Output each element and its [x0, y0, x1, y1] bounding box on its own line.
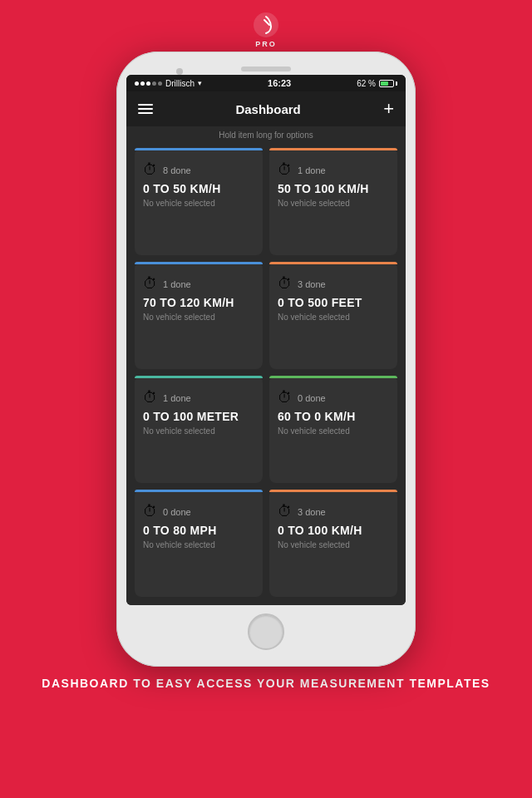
card-icon-4: ⏱ [278, 275, 293, 293]
card-vehicle-5: No vehicle selected [143, 426, 254, 436]
nav-title: Dashboard [235, 102, 300, 116]
card-title-3: 70 TO 120 KM/H [143, 296, 254, 309]
card-top-bar-3 [135, 262, 263, 264]
card-header-6: ⏱ 0 done [278, 389, 389, 406]
card-done-6: 0 done [298, 393, 326, 403]
home-button[interactable] [248, 613, 284, 650]
card-header-1: ⏱ 8 done [143, 161, 254, 179]
card-done-5: 1 done [163, 393, 191, 403]
card-header-7: ⏱ 0 done [143, 503, 254, 520]
wifi-icon: ▾ [198, 79, 202, 87]
battery-body [379, 80, 394, 87]
card-vehicle-7: No vehicle selected [143, 540, 254, 549]
card-vehicle-3: No vehicle selected [143, 313, 254, 322]
add-button[interactable]: + [383, 98, 394, 120]
card-icon-2: ⏱ [278, 161, 293, 179]
card-title-5: 0 TO 100 METER [143, 410, 254, 423]
status-right: 62 % [357, 79, 397, 88]
card-title-8: 0 TO 100 KM/H [278, 524, 389, 537]
card-done-3: 1 done [163, 279, 191, 289]
card-icon-7: ⏱ [143, 503, 158, 520]
card-title-2: 50 TO 100 KM/H [278, 182, 389, 195]
card-title-7: 0 TO 80 MPH [143, 524, 254, 537]
card-title-6: 60 TO 0 KM/H [278, 410, 389, 423]
card-top-bar-6 [269, 376, 397, 378]
card-5[interactable]: ⏱ 1 done 0 TO 100 METER No vehicle selec… [135, 376, 263, 483]
hamburger-line-2 [138, 108, 153, 110]
card-top-bar-8 [269, 490, 397, 492]
card-vehicle-1: No vehicle selected [143, 199, 254, 208]
dot-3 [146, 81, 150, 86]
card-top-bar-7 [135, 490, 263, 492]
battery-tip [396, 81, 397, 86]
card-4[interactable]: ⏱ 3 done 0 TO 500 FEET No vehicle select… [269, 262, 397, 369]
battery-pct: 62 % [357, 79, 376, 88]
card-top-bar-5 [135, 376, 263, 378]
card-done-1: 8 done [163, 165, 191, 175]
phone-mockup: Drillisch ▾ 16:23 62 % Dashboa [116, 52, 416, 667]
card-1[interactable]: ⏱ 8 done 0 TO 50 KM/H No vehicle selecte… [135, 148, 263, 255]
logo-icon [253, 12, 279, 38]
bottom-caption: Dashboard to easy access your measuremen… [25, 667, 506, 690]
card-header-4: ⏱ 3 done [278, 275, 389, 293]
phone-camera [176, 68, 183, 75]
card-top-bar-2 [269, 148, 397, 150]
battery-icon [379, 80, 397, 87]
dot-4 [152, 81, 156, 86]
card-icon-6: ⏱ [278, 389, 293, 406]
card-grid: ⏱ 8 done 0 TO 50 KM/H No vehicle selecte… [126, 143, 406, 605]
logo-label: PRO [255, 40, 277, 48]
card-3[interactable]: ⏱ 1 done 70 TO 120 KM/H No vehicle selec… [135, 262, 263, 369]
carrier-label: Drillisch [165, 79, 195, 88]
nav-bar: Dashboard + [126, 91, 406, 126]
hamburger-line-1 [138, 104, 153, 106]
card-icon-5: ⏱ [143, 389, 158, 406]
hint-text: Hold item long for options [126, 126, 406, 143]
card-done-8: 3 done [298, 507, 326, 517]
status-left: Drillisch ▾ [135, 79, 202, 88]
status-time: 16:23 [268, 78, 291, 88]
battery-fill [381, 81, 388, 86]
card-icon-8: ⏱ [278, 503, 293, 520]
card-done-7: 0 done [163, 507, 191, 517]
card-vehicle-2: No vehicle selected [278, 199, 389, 208]
card-done-2: 1 done [298, 165, 326, 175]
card-icon-3: ⏱ [143, 275, 158, 293]
phone-speaker [241, 66, 291, 71]
card-top-bar-1 [135, 148, 263, 150]
card-title-4: 0 TO 500 FEET [278, 296, 389, 309]
card-2[interactable]: ⏱ 1 done 50 TO 100 KM/H No vehicle selec… [269, 148, 397, 255]
card-top-bar-4 [269, 262, 397, 264]
card-6[interactable]: ⏱ 0 done 60 TO 0 KM/H No vehicle selecte… [269, 376, 397, 483]
dot-1 [135, 81, 139, 86]
card-vehicle-8: No vehicle selected [278, 540, 389, 549]
card-icon-1: ⏱ [143, 161, 158, 179]
card-header-8: ⏱ 3 done [278, 503, 389, 520]
card-header-3: ⏱ 1 done [143, 275, 254, 293]
card-header-2: ⏱ 1 done [278, 161, 389, 179]
card-vehicle-4: No vehicle selected [278, 313, 389, 322]
hamburger-line-3 [138, 112, 153, 114]
phone-bottom [248, 605, 284, 657]
dot-2 [140, 81, 145, 86]
logo-area: PRO [253, 0, 279, 48]
hamburger-menu[interactable] [138, 104, 153, 114]
card-title-1: 0 TO 50 KM/H [143, 182, 254, 195]
card-7[interactable]: ⏱ 0 done 0 TO 80 MPH No vehicle selected [135, 490, 263, 597]
card-8[interactable]: ⏱ 3 done 0 TO 100 KM/H No vehicle select… [269, 490, 397, 597]
card-done-4: 3 done [298, 279, 326, 289]
dot-5 [158, 81, 162, 86]
phone-top [126, 62, 406, 75]
phone-screen: Drillisch ▾ 16:23 62 % Dashboa [126, 75, 406, 605]
card-vehicle-6: No vehicle selected [278, 426, 389, 436]
signal-dots [135, 81, 162, 86]
card-header-5: ⏱ 1 done [143, 389, 254, 406]
status-bar: Drillisch ▾ 16:23 62 % [126, 75, 406, 91]
